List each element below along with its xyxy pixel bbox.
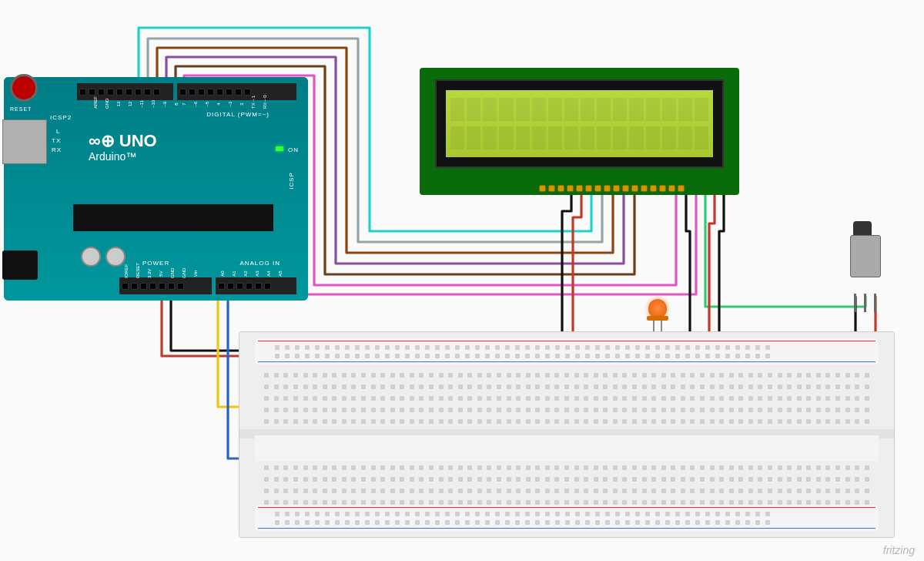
breadboard <box>239 331 895 538</box>
reset-button[interactable] <box>10 74 38 102</box>
arduino-uno-board: RESET AREFGND1312~11~10~98 7~6~54~32TX→1… <box>4 77 308 301</box>
lcd-screen <box>446 90 713 157</box>
pot-wiper-lcd-green <box>705 194 865 307</box>
potentiometer[interactable] <box>847 235 884 297</box>
arduino-logo: ∞⊕ UNO <box>89 131 157 151</box>
lcd-vss-black <box>719 194 724 339</box>
arduino-brand: Arduino™ <box>89 150 136 163</box>
bb-rail-bottom <box>255 505 879 531</box>
lcd-k-black <box>562 194 571 339</box>
barrel-jack <box>2 250 38 280</box>
usb-port <box>2 119 47 164</box>
bb-grid-upper <box>263 371 871 426</box>
power-header <box>119 277 212 294</box>
rx-label: RX <box>52 146 62 153</box>
lcd-pins <box>539 185 685 192</box>
power-led-icon <box>276 146 283 151</box>
power-label: POWER <box>142 260 169 267</box>
pin-labels-bot1: IOREFRESET3.3V5VGNDGNDVin <box>122 271 200 276</box>
pin-labels-top1: AREFGND1312~11~10~98 <box>79 102 181 106</box>
analog-header <box>216 277 296 294</box>
analog-label: ANALOG IN <box>239 260 280 267</box>
digital-label: DIGITAL (PWM=~) <box>206 111 270 118</box>
reset-label: RESET <box>10 106 32 112</box>
capacitors <box>81 247 126 267</box>
lcd-16x2 <box>420 68 739 195</box>
atmega-chip <box>73 204 273 231</box>
pin-labels-top2: 7~6~54~32TX→1RX←0 <box>179 102 270 106</box>
icsp2-label: ICSP2 <box>50 114 72 121</box>
watermark: fritzing <box>883 544 915 556</box>
on-label: ON <box>288 146 299 153</box>
l-label: L <box>56 128 60 135</box>
digital-header-2 <box>177 83 296 100</box>
digital-header-1 <box>77 83 173 100</box>
bb-rail-top <box>255 338 879 364</box>
icsp-label: ICSP <box>288 172 295 190</box>
lcd-vdd-red <box>709 194 715 345</box>
pin-labels-bot2: A0A1A2A3A4A5 <box>218 271 285 276</box>
lcd-a-red <box>573 194 581 345</box>
led-bulb-icon <box>648 299 667 317</box>
bb-rail-mid <box>255 435 879 462</box>
tx-label: TX <box>52 137 61 144</box>
